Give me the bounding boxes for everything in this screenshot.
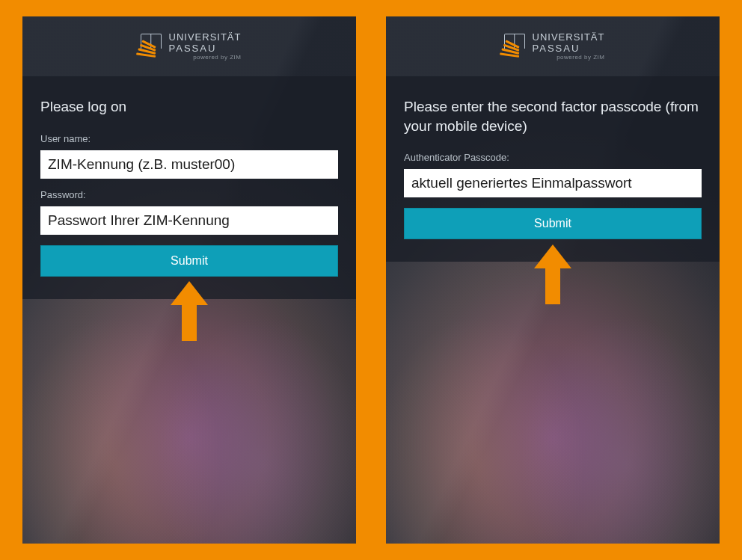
username-input[interactable] — [40, 150, 338, 179]
annotation-arrow-icon — [171, 281, 208, 341]
logo-line2: PASSAU — [169, 43, 242, 53]
logo-line2: PASSAU — [533, 43, 605, 53]
header: UNIVERSITÄT PASSAU powered by ZIM — [386, 16, 720, 76]
second-factor-form: Please enter the second factor passcode … — [386, 76, 720, 262]
login-heading: Please log on — [40, 97, 338, 117]
submit-button[interactable]: Submit — [404, 208, 702, 239]
passcode-label: Authenticator Passcode: — [404, 152, 702, 163]
svg-marker-1 — [534, 244, 571, 304]
logo-line1: UNIVERSITÄT — [169, 32, 242, 42]
logo: UNIVERSITÄT PASSAU powered by ZIM — [138, 32, 242, 61]
logo-text: UNIVERSITÄT PASSAU powered by ZIM — [533, 32, 605, 61]
password-label: Password: — [40, 189, 338, 200]
logo-subtitle: powered by ZIM — [533, 55, 605, 61]
header: UNIVERSITÄT PASSAU powered by ZIM — [22, 16, 356, 76]
passcode-input[interactable] — [404, 169, 702, 197]
logo-mark-icon — [501, 34, 528, 59]
annotation-arrow-icon — [534, 244, 571, 304]
logo-mark-icon — [138, 34, 165, 59]
username-label: User name: — [40, 133, 338, 144]
logo-subtitle: powered by ZIM — [169, 55, 242, 61]
login-form: Please log on User name: Password: Submi… — [22, 76, 356, 299]
password-input[interactable] — [40, 206, 338, 235]
logo-line1: UNIVERSITÄT — [533, 32, 605, 42]
second-factor-heading: Please enter the second factor passcode … — [404, 97, 702, 135]
logo-text: UNIVERSITÄT PASSAU powered by ZIM — [169, 32, 242, 61]
submit-button[interactable]: Submit — [40, 245, 338, 277]
svg-marker-0 — [171, 281, 208, 341]
logo: UNIVERSITÄT PASSAU powered by ZIM — [501, 32, 605, 61]
login-panel: UNIVERSITÄT PASSAU powered by ZIM Please… — [22, 16, 356, 544]
